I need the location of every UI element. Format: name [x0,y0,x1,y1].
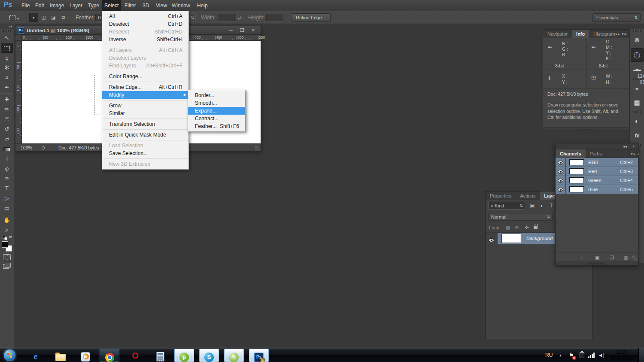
rectangle-tool[interactable]: ▭ [1,203,13,213]
tab-info[interactable]: Info [572,30,589,38]
toolbar-collapse-icon[interactable]: ▸▸ [0,24,14,29]
menu-item-refine-edge[interactable]: Refine Edge...Alt+Ctrl+R [102,83,188,91]
brush-tool[interactable]: ✏ [1,104,13,114]
panel-resize-grip[interactable] [556,262,638,265]
panel-menu-icon[interactable]: ▾≡ [622,32,627,36]
swatches-panel-icon[interactable]: ▦ [631,96,644,110]
menu-window[interactable]: Window [169,0,193,11]
status-menu-icon[interactable]: ⊙ [41,144,45,152]
taskbar-utorrent[interactable]: µ [174,349,194,362]
new-channel-icon[interactable]: ❏ [610,253,614,262]
taskbar-opera[interactable]: O [125,349,145,362]
tab-actions[interactable]: Actions [516,192,540,200]
menu-item-edit-quick-mask[interactable]: Edit in Quick Mask Mode [102,131,188,139]
intersect-selection-button[interactable]: ⧉ [59,13,68,22]
zoom-tool[interactable]: ⌕ [1,225,13,235]
delete-channel-icon[interactable]: ▥ [623,253,628,262]
load-channel-selection-icon[interactable]: ◌ [580,253,583,262]
add-to-selection-button[interactable]: ◫ [39,13,48,22]
menu-layer[interactable]: Layer [67,0,85,11]
color-swatches[interactable] [1,241,12,252]
zoom-level[interactable]: 100% [21,144,32,152]
tab-channels[interactable]: Channels [556,149,586,158]
tab-properties[interactable]: Properties [486,192,516,200]
resize-grip[interactable] [632,256,637,261]
adjustments-panel-icon[interactable]: ◐ [631,114,644,128]
height-input[interactable] [266,14,283,21]
menu-3d[interactable]: 3D [140,0,152,11]
submenu-item-border[interactable]: Border... [188,91,245,99]
channel-row-green[interactable]: Green Ctrl+4 [556,176,638,185]
menu-item-inverse[interactable]: InverseShift+Ctrl+I [102,36,188,43]
visibility-toggle[interactable] [489,236,494,244]
volume-icon[interactable]: ◄) [598,348,605,362]
show-desktop-button[interactable] [638,348,644,362]
panel-collapse-icon[interactable]: ▸▸ [616,32,620,36]
language-indicator[interactable]: RU [545,348,553,362]
network-signal-icon[interactable] [588,353,595,358]
visibility-toggle[interactable] [556,176,566,185]
taskbar-calculator[interactable] [150,349,170,362]
crop-tool[interactable]: ⌗ [1,73,13,82]
menu-edit[interactable]: Edit [33,0,47,11]
path-selection-tool[interactable]: ▷ [1,193,13,203]
submenu-item-expand[interactable]: Expand... [188,107,245,115]
close-panel-icon[interactable]: × [632,143,635,149]
panel-resize-grip[interactable] [543,127,629,131]
lock-all-icon[interactable] [534,226,538,229]
menu-select[interactable]: Select [102,0,121,11]
taskbar-photoshop[interactable]: Ps [249,349,269,362]
workspace-select[interactable]: Essentials⇅ [592,13,641,22]
collapse-panel-icon[interactable]: ◂◂ [623,143,627,149]
tab-paths[interactable]: Paths [586,149,606,158]
menu-item-modify[interactable]: Modify▶ [102,91,188,99]
menu-filter[interactable]: Filter [122,0,139,11]
spot-healing-brush-tool[interactable]: ✚ [1,94,13,104]
pen-tool[interactable]: ✑ [1,173,13,183]
resize-grip[interactable] [255,146,260,151]
channel-row-blue[interactable]: Blue Ctrl+5 [556,185,638,194]
tab-histogram[interactable]: Histogram [589,30,619,38]
submenu-item-feather[interactable]: Feather...Shift+F6 [188,122,245,130]
hardware-tray-icon[interactable] [580,352,584,358]
tray-clock[interactable]: 11:25 19.11.2017 [607,349,636,361]
filter-type-layers-icon[interactable]: T [547,202,555,210]
screen-mode-button[interactable] [3,263,11,269]
blend-mode-select[interactable]: Normal⇅ [488,213,553,221]
taskbar-windows-explorer[interactable] [51,349,70,362]
menu-help[interactable]: Help [194,0,210,11]
close-button[interactable]: × [248,26,259,35]
submenu-item-smooth[interactable]: Smooth... [188,99,245,107]
visibility-toggle[interactable] [556,185,566,194]
menu-image[interactable]: Image [47,0,67,11]
info-panel-icon[interactable]: ⓘ [631,48,644,62]
panel-menu-icon[interactable]: ▾≡ [631,152,636,156]
toolbar-grip[interactable] [3,30,11,32]
clone-stamp-tool[interactable]: ♖ [1,114,13,124]
minimize-button[interactable]: ─ [225,26,237,35]
tab-navigator[interactable]: Navigator [543,30,572,38]
menu-item-save-selection[interactable]: Save Selection... [102,149,188,157]
default-colors-control[interactable]: ⇄ [2,235,12,240]
filter-pixel-layers-icon[interactable]: ▣ [529,202,536,210]
gradient-tool[interactable] [1,144,13,154]
menu-item-all[interactable]: AllCtrl+A [102,12,188,20]
lock-pixels-icon[interactable]: ✏ [513,222,522,233]
quick-mask-button[interactable] [3,254,11,260]
eraser-tool[interactable]: ▱ [1,134,13,144]
dock-grip[interactable] [633,30,641,32]
taskbar-skype[interactable]: S [199,349,219,362]
hand-tool[interactable]: ✋ [1,215,13,225]
filter-kind-select[interactable]: ⌕ Kind⇅ [488,202,525,210]
action-center-flag-icon[interactable]: ⚑✕ [569,348,574,362]
menu-item-grow[interactable]: Grow [102,102,188,110]
swap-colors-icon[interactable]: ⇄ [9,235,12,239]
dodge-tool[interactable]: φ [1,164,13,173]
visibility-toggle[interactable] [556,158,566,167]
menu-item-color-range[interactable]: Color Range... [102,73,188,80]
dock-grip[interactable] [633,111,641,113]
tool-preset-picker[interactable]: ▾ [9,11,19,24]
type-tool[interactable]: T [1,183,13,193]
history-brush-tool[interactable]: ↺ [1,124,13,134]
menu-item-transform-selection[interactable]: Transform Selection [102,120,188,128]
